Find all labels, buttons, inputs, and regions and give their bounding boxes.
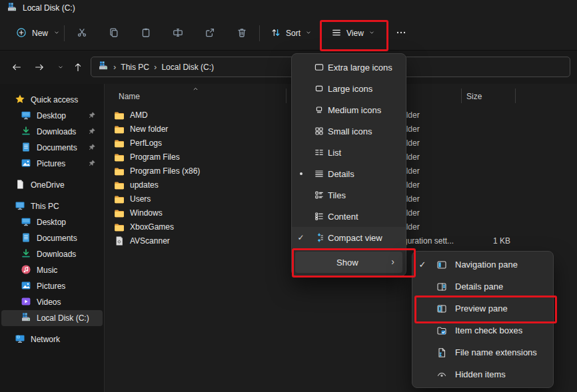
documents-icon (21, 142, 31, 154)
view-button[interactable]: View (326, 23, 380, 44)
details-pane-icon (432, 282, 451, 292)
sidebar-item-videos[interactable]: Videos (1, 294, 103, 310)
file-name: PerfLogs (130, 138, 162, 148)
sidebar-item-label: Desktop (37, 218, 66, 227)
submenu-item-navigation-pane[interactable]: ✓Navigation pane (412, 254, 553, 276)
sidebar-item-music[interactable]: Music (1, 262, 103, 278)
show-label: Show (336, 258, 358, 268)
menu-item-label: Content (328, 212, 358, 222)
forward-button[interactable] (31, 59, 48, 75)
chevron-down-icon (368, 29, 375, 38)
column-divider[interactable] (461, 89, 462, 103)
view-button-label: View (346, 29, 364, 38)
file-name: AMD (130, 110, 148, 120)
sidebar-item-label: Local Disk (C:) (37, 313, 89, 323)
preview-pane-icon (432, 303, 451, 314)
new-button[interactable]: New (9, 23, 67, 44)
radio-dot-icon (292, 172, 310, 175)
menu-item-extra-large-icons[interactable]: Extra large icons (292, 57, 406, 78)
column-divider[interactable] (286, 89, 287, 103)
see-more-button[interactable] (392, 27, 410, 40)
documents-icon (21, 232, 31, 245)
file-explorer-window: Local Disk (C:) New Sort View › (0, 0, 577, 392)
menu-item-tiles[interactable]: Tiles (292, 184, 406, 206)
window-title: Local Disk (C:) (23, 3, 75, 13)
up-button[interactable] (69, 59, 87, 75)
menu-item-compact-view[interactable]: ✓Compact view (292, 227, 406, 248)
copy-button[interactable] (98, 21, 130, 45)
sidebar-item-network[interactable]: Network (1, 331, 103, 347)
menu-item-label: Details (328, 169, 354, 179)
delete-button[interactable] (226, 21, 258, 45)
sidebar-item-label: Downloads (37, 127, 76, 136)
column-divider[interactable] (515, 89, 516, 103)
submenu-item-label: Details pane (451, 282, 503, 292)
menu-item-label: Extra large icons (328, 63, 392, 73)
breadcrumb-local-disk[interactable]: Local Disk (C:) (161, 63, 214, 72)
menu-item-list[interactable]: List (292, 142, 406, 163)
submenu-item-label: Preview pane (451, 303, 508, 313)
sidebar-item-pictures[interactable]: Pictures (1, 278, 103, 294)
menu-item-label: List (328, 148, 341, 158)
pin-icon (88, 127, 96, 137)
sort-button-label: Sort (286, 29, 300, 38)
rename-button[interactable] (162, 21, 194, 45)
submenu-item-details-pane[interactable]: Details pane (412, 276, 553, 297)
chevron-down-icon (305, 29, 312, 38)
back-button[interactable] (8, 59, 25, 75)
sidebar-item-this-pc[interactable]: This PC (1, 198, 103, 214)
sidebar-item-quick-access[interactable]: Quick access (1, 92, 103, 108)
menu-item-medium-icons[interactable]: Medium icons (292, 99, 406, 120)
recent-locations-button[interactable] (52, 59, 69, 75)
onedrive-icon (15, 179, 25, 192)
hidden-items-icon (432, 369, 451, 380)
sidebar-item-onedrive[interactable]: OneDrive (1, 177, 103, 193)
file-name: XboxGames (130, 222, 174, 232)
navigation-row: › This PC › Local Disk (C:) (0, 51, 577, 84)
sidebar-item-documents[interactable]: Documents (1, 140, 103, 156)
file-name: updates (130, 180, 159, 190)
sidebar-item-label: Pictures (37, 282, 65, 291)
desktop-icon (21, 216, 31, 229)
search-box[interactable] (394, 57, 570, 77)
sidebar-item-documents[interactable]: Documents (1, 230, 103, 246)
ellipsis-icon (396, 27, 406, 40)
new-button-label: New (32, 29, 48, 38)
paste-button[interactable] (130, 21, 162, 45)
menu-item-content[interactable]: Content (292, 206, 406, 227)
submenu-item-hidden-items[interactable]: Hidden items (412, 363, 553, 385)
folder-icon (114, 124, 125, 136)
menu-item-details[interactable]: Details (292, 163, 406, 184)
column-header-size[interactable]: Size (466, 92, 482, 101)
chevron-down-icon (53, 29, 60, 38)
sidebar-item-desktop[interactable]: Desktop (1, 214, 103, 230)
file-name: Program Files (130, 152, 180, 162)
drive-icon (98, 61, 109, 73)
music-icon (21, 264, 31, 277)
cut-button[interactable] (66, 21, 98, 45)
cut-icon (77, 27, 87, 40)
sidebar-item-downloads[interactable]: Downloads (1, 246, 103, 262)
menu-item-large-icons[interactable]: Large icons (292, 78, 406, 99)
circle-plus-icon (16, 27, 27, 40)
sidebar-item-label: This PC (31, 202, 59, 211)
sidebar-item-downloads[interactable]: Downloads (1, 124, 103, 140)
sort-button[interactable]: Sort (265, 23, 317, 44)
paste-icon (141, 27, 151, 40)
sidebar-item-local-disk-c-[interactable]: Local Disk (C:) (1, 310, 103, 326)
sidebar-item-desktop[interactable]: Desktop (1, 108, 103, 124)
submenu-item-item-check-boxes[interactable]: Item check boxes (412, 319, 553, 341)
item-checkboxes-icon (432, 325, 451, 336)
toolbar-action-icons (66, 16, 258, 51)
submenu-item-file-name-extensions[interactable]: File name extensions (412, 341, 553, 363)
column-header-name[interactable]: Name (119, 92, 140, 101)
sidebar-item-pictures[interactable]: Pictures (1, 156, 103, 172)
share-button[interactable] (194, 21, 226, 45)
breadcrumb-this-pc[interactable]: This PC (121, 63, 149, 72)
menu-item-small-icons[interactable]: Small icons (292, 120, 406, 142)
list-view-icon (310, 147, 328, 158)
submenu-item-preview-pane[interactable]: Preview pane (412, 297, 553, 319)
menu-item-show[interactable]: Show › (295, 252, 402, 273)
sidebar-item-label: Desktop (37, 111, 66, 120)
sidebar-item-label: Quick access (31, 95, 78, 104)
